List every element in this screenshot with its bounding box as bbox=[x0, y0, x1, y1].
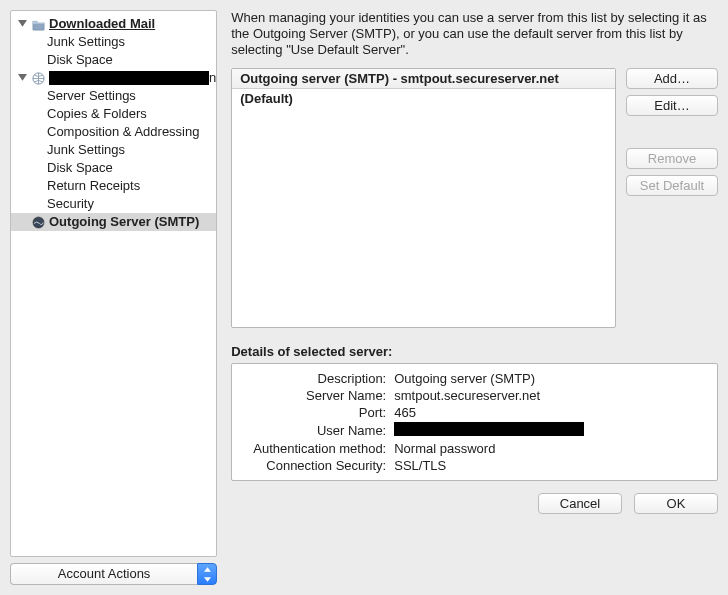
tree-item-label: Return Receipts bbox=[47, 177, 140, 195]
cancel-button[interactable]: Cancel bbox=[538, 493, 622, 514]
detail-value: 465 bbox=[390, 404, 588, 421]
folder-icon bbox=[31, 17, 45, 31]
detail-value: smtpout.secureserver.net bbox=[390, 387, 588, 404]
tree-item[interactable]: Downloaded Mail bbox=[11, 15, 216, 33]
tree-item[interactable]: Disk Space bbox=[11, 51, 216, 69]
account-actions-dropdown[interactable]: Account Actions bbox=[10, 563, 197, 585]
tree-item-label: Disk Space bbox=[47, 51, 113, 69]
redacted-account-name bbox=[49, 71, 209, 85]
redacted-username bbox=[394, 422, 584, 436]
add-button[interactable]: Add… bbox=[626, 68, 718, 89]
detail-label: Server Name: bbox=[240, 387, 390, 404]
tree-item-label: Disk Space bbox=[47, 159, 113, 177]
detail-label: Connection Security: bbox=[240, 457, 390, 474]
disclosure-triangle-icon[interactable] bbox=[17, 19, 27, 29]
detail-value: Normal password bbox=[390, 440, 588, 457]
server-list-header[interactable]: Outgoing server (SMTP) - smtpout.secures… bbox=[232, 69, 615, 89]
tree-item[interactable]: Junk Settings bbox=[11, 33, 216, 51]
tree-item[interactable]: Disk Space bbox=[11, 159, 216, 177]
globe-icon bbox=[31, 71, 45, 85]
tree-item-label: Copies & Folders bbox=[47, 105, 147, 123]
tree-item-label: Junk Settings bbox=[47, 141, 125, 159]
account-actions-stepper[interactable] bbox=[197, 563, 217, 585]
tree-item[interactable]: Junk Settings bbox=[11, 141, 216, 159]
details-title: Details of selected server: bbox=[231, 344, 718, 359]
account-tree[interactable]: Downloaded MailJunk SettingsDisk SpacenS… bbox=[10, 10, 217, 557]
tree-item-label: Junk Settings bbox=[47, 33, 125, 51]
detail-value: SSL/TLS bbox=[390, 457, 588, 474]
server-list[interactable]: Outgoing server (SMTP) - smtpout.secures… bbox=[231, 68, 616, 328]
server-details: Description:Outgoing server (SMTP)Server… bbox=[231, 363, 718, 481]
detail-label: Description: bbox=[240, 370, 390, 387]
detail-label: Authentication method: bbox=[240, 440, 390, 457]
detail-label: Port: bbox=[240, 404, 390, 421]
globe-dark-icon bbox=[31, 215, 45, 229]
tree-item-selected[interactable]: Outgoing Server (SMTP) bbox=[11, 213, 216, 231]
tree-item-label: Downloaded Mail bbox=[49, 15, 155, 33]
detail-value bbox=[390, 421, 588, 440]
tree-item[interactable]: Server Settings bbox=[11, 87, 216, 105]
tree-item-label: Server Settings bbox=[47, 87, 136, 105]
detail-label: User Name: bbox=[240, 421, 390, 440]
tree-item[interactable]: Copies & Folders bbox=[11, 105, 216, 123]
remove-button[interactable]: Remove bbox=[626, 148, 718, 169]
tree-item[interactable]: Composition & Addressing bbox=[11, 123, 216, 141]
intro-text: When managing your identities you can us… bbox=[231, 10, 718, 58]
tree-item-label: Security bbox=[47, 195, 94, 213]
tree-item[interactable]: Security bbox=[11, 195, 216, 213]
tree-item-label: Outgoing Server (SMTP) bbox=[49, 213, 199, 231]
tree-item-label: Composition & Addressing bbox=[47, 123, 199, 141]
tree-item[interactable]: Return Receipts bbox=[11, 177, 216, 195]
disclosure-triangle-icon[interactable] bbox=[17, 73, 27, 83]
set-default-button[interactable]: Set Default bbox=[626, 175, 718, 196]
tree-item[interactable]: n bbox=[11, 69, 216, 87]
ok-button[interactable]: OK bbox=[634, 493, 718, 514]
edit-button[interactable]: Edit… bbox=[626, 95, 718, 116]
detail-value: Outgoing server (SMTP) bbox=[390, 370, 588, 387]
